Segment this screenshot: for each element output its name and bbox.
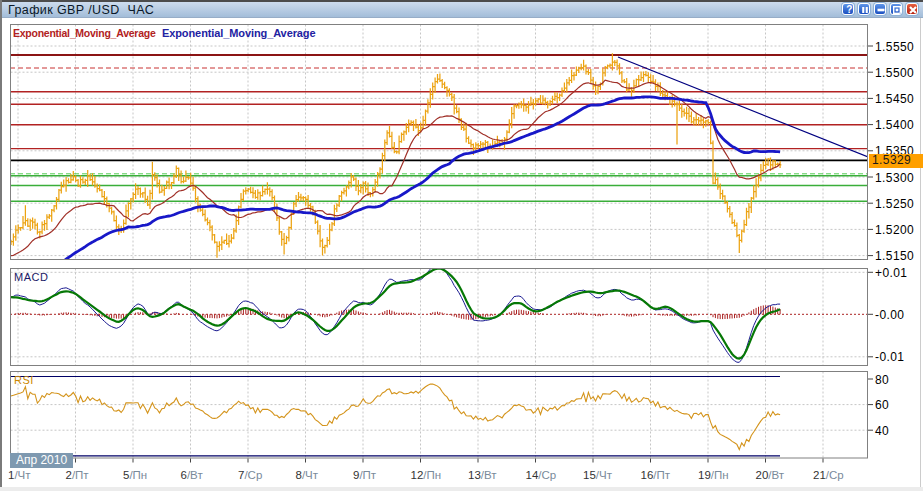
svg-text:?: ? (846, 4, 852, 15)
